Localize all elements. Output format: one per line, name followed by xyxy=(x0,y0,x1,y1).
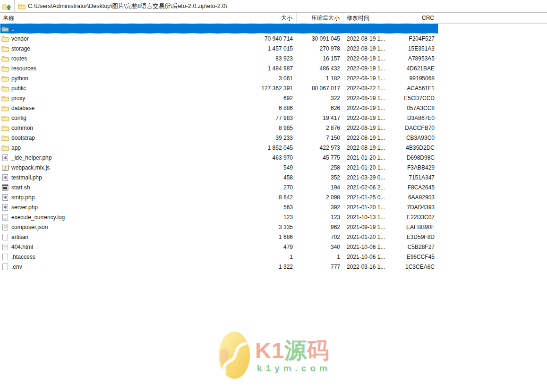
packed-size: 322 xyxy=(297,95,343,102)
file-name: 404.html xyxy=(11,244,33,250)
file-name: webpack.mix.js xyxy=(11,164,50,171)
packed-size: 352 xyxy=(297,174,343,181)
file-name: .. xyxy=(11,26,15,32)
file-name: proxy xyxy=(11,95,25,102)
table-row[interactable]: _ide_helper.php 463 970 45 775 2021-01-2… xyxy=(0,153,438,162)
k1ym-logo-egg-icon xyxy=(218,331,250,381)
file-size: 70 940 714 xyxy=(250,35,297,42)
table-row[interactable]: storage 1 457 015 270 978 2022-08-19 1..… xyxy=(0,43,438,53)
crown-icon xyxy=(292,333,299,358)
table-row[interactable]: smtp.php 8 642 2 098 2021-01-25 0... 6AA… xyxy=(0,192,438,202)
file-size: 563 xyxy=(250,204,297,211)
packed-size: 486 432 xyxy=(297,65,343,72)
file-size: 479 xyxy=(250,244,297,250)
packed-size: 777 xyxy=(297,264,343,270)
table-row[interactable]: artisan 1 686 702 2021-01-20 1... E3D59F… xyxy=(0,232,438,242)
table-row[interactable]: .env 1 322 777 2022-03-16 1... 1C3CEA6C xyxy=(0,262,438,272)
file-name: vendor xyxy=(11,35,29,42)
packed-size: 1 182 xyxy=(297,75,343,82)
file-icon xyxy=(1,233,9,241)
table-row[interactable]: start.sh 270 194 2021-02-06 2... F8CA264… xyxy=(0,182,438,192)
packed-size: 123 xyxy=(297,214,343,221)
modified-time: 2021-01-20 1... xyxy=(343,154,390,161)
file-size: 77 983 xyxy=(250,115,297,121)
file-name: smtp.php xyxy=(11,194,34,201)
file-name: execute_currency.log xyxy=(11,214,65,221)
folder-icon xyxy=(1,45,9,52)
table-row[interactable]: proxy 692 322 2022-08-19 1... E5CD7CCD xyxy=(0,93,438,103)
crc-value: 6AA92903 xyxy=(390,194,438,201)
packed-size: 194 xyxy=(297,184,343,191)
file-size: 1 686 xyxy=(250,234,297,240)
modified-time: 2022-08-19 1... xyxy=(343,135,390,141)
table-row[interactable]: config 77 983 19 417 2022-08-19 1... D3A… xyxy=(0,113,438,123)
file-name: public xyxy=(11,85,26,92)
address-bar[interactable]: C:\Users\Administrator\Desktop\图片\完整8语言交… xyxy=(15,0,547,12)
table-row[interactable]: python 3 061 1 182 2022-08-19 1... 99195… xyxy=(0,73,438,83)
file-name: _ide_helper.php xyxy=(11,154,51,161)
file-size: 1 322 xyxy=(250,264,297,270)
table-row[interactable]: resources 1 484 987 486 432 2022-08-19 1… xyxy=(0,63,438,73)
column-header-size[interactable]: 大小 xyxy=(250,13,297,23)
table-row[interactable]: routes 83 923 16 157 2022-08-19 1... A78… xyxy=(0,53,438,63)
table-row[interactable]: testmail.php 458 352 2021-03-29 0... 715… xyxy=(0,172,438,182)
file-name: .htaccess xyxy=(11,254,35,260)
modified-time: 2022-08-19 1... xyxy=(343,35,390,42)
modified-time: 2022-08-19 1... xyxy=(343,145,390,151)
file-list: .. vendor 70 940 714 30 091 045 2022-08-… xyxy=(0,24,438,272)
file-size: 1 484 987 xyxy=(250,65,297,72)
php-file-icon xyxy=(1,194,9,201)
file-name: artisan xyxy=(11,234,28,240)
table-row[interactable]: bootstrap 39 233 7 150 2022-08-19 1... C… xyxy=(0,133,438,143)
packed-size: 626 xyxy=(297,105,343,111)
file-size: 1 852 045 xyxy=(250,145,297,151)
table-row[interactable]: public 127 362 391 80 067 017 2022-08-22… xyxy=(0,83,438,93)
packed-size: 962 xyxy=(297,224,343,230)
file-size: 692 xyxy=(250,95,297,102)
column-header-packed[interactable]: 压缩后大小 xyxy=(297,13,343,23)
file-name: database xyxy=(11,105,34,111)
table-row[interactable]: webpack.mix.js 549 258 2021-01-20 1... F… xyxy=(0,162,438,172)
table-row[interactable]: .htaccess 1 1 2021-10-06 1... E96CCF45 xyxy=(0,252,438,262)
table-row[interactable]: server.php 563 392 2021-01-20 1... 7DAD4… xyxy=(0,202,438,212)
table-row[interactable]: composer.json 3 335 962 2021-09-19 1... … xyxy=(0,222,438,232)
modified-time: 2021-10-06 1... xyxy=(343,244,390,250)
json-file-icon xyxy=(1,223,9,231)
table-row[interactable]: execute_currency.log 123 123 2021-10-13 … xyxy=(0,212,438,222)
modified-time: 2021-10-06 1... xyxy=(343,254,390,260)
php-file-icon xyxy=(1,174,9,181)
column-header-name[interactable]: 名称 xyxy=(0,13,250,23)
folder-icon xyxy=(1,104,9,112)
crc-value: F3ABB429 xyxy=(390,164,438,171)
crc-value: E3D59F8D xyxy=(390,234,438,240)
table-row[interactable]: app 1 852 045 422 973 2022-08-19 1... 4B… xyxy=(0,143,438,153)
file-name: resources xyxy=(11,65,36,72)
modified-time: 2021-01-20 1... xyxy=(343,234,390,240)
modified-time: 2021-10-13 1... xyxy=(343,214,390,221)
modified-time: 2022-08-19 1... xyxy=(343,55,390,62)
packed-size: 702 xyxy=(297,234,343,240)
crc-value: ACA561F1 xyxy=(390,85,438,92)
up-level-button[interactable] xyxy=(0,0,15,12)
table-row[interactable]: common 8 985 2 876 2022-08-19 1... DACCF… xyxy=(0,123,438,133)
crc-value: 057A3CC8 xyxy=(390,105,438,111)
modified-time: 2022-08-19 1... xyxy=(343,125,390,131)
modified-time: 2022-08-19 1... xyxy=(343,105,390,111)
column-header-modified[interactable]: 修改时间 xyxy=(343,13,390,23)
modified-time: 2022-08-19 1... xyxy=(343,115,390,121)
file-name: common xyxy=(11,125,33,131)
packed-size: 1 xyxy=(297,254,343,260)
shell-file-icon xyxy=(1,184,9,191)
column-header-crc[interactable]: CRC xyxy=(390,13,438,23)
packed-size: 80 067 017 xyxy=(297,85,343,92)
file-size: 3 061 xyxy=(250,75,297,82)
modified-time: 2021-01-20 1... xyxy=(343,204,390,211)
table-row[interactable]: vendor 70 940 714 30 091 045 2022-08-19 … xyxy=(0,34,438,43)
html-file-icon xyxy=(1,243,9,251)
crc-value: 15E351A3 xyxy=(390,45,438,52)
table-row[interactable]: 404.html 479 340 2021-10-06 1... C5B28F2… xyxy=(0,242,438,252)
table-row[interactable]: .. xyxy=(0,24,438,34)
packed-size: 258 xyxy=(297,164,343,171)
modified-time: 2022-08-19 1... xyxy=(343,75,390,82)
table-row[interactable]: database 6 886 626 2022-08-19 1... 057A3… xyxy=(0,103,438,113)
